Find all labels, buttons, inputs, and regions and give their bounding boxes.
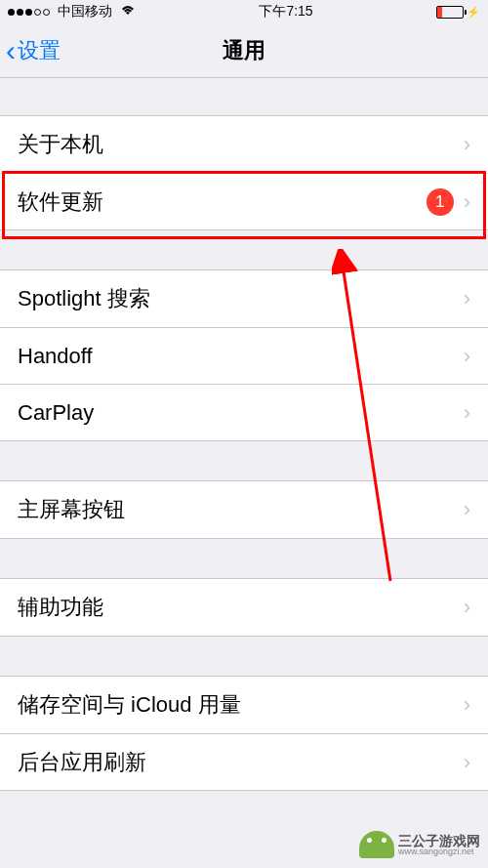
settings-row[interactable]: 关于本机›: [0, 116, 488, 173]
chevron-right-icon: ›: [464, 400, 470, 426]
chevron-right-icon: ›: [464, 595, 470, 620]
battery-icon: [436, 6, 464, 19]
settings-row[interactable]: CarPlay›: [0, 384, 488, 440]
row-label: 软件更新: [18, 187, 427, 217]
settings-row[interactable]: Spotlight 搜索›: [0, 270, 488, 327]
signal-strength-icon: [8, 9, 50, 16]
watermark-name: 三公子游戏网: [398, 834, 480, 847]
watermark-url: www.sangongzi.net: [398, 847, 480, 856]
carrier-label: 中国移动: [58, 3, 112, 21]
charging-icon: ⚡: [467, 6, 480, 19]
row-label: 关于本机: [18, 130, 464, 159]
wifi-icon: [120, 4, 136, 20]
navigation-bar: ‹ 设置 通用: [0, 23, 488, 78]
settings-row[interactable]: 辅助功能›: [0, 579, 488, 636]
notification-badge: 1: [427, 188, 454, 216]
watermark: 三公子游戏网 www.sangongzi.net: [359, 831, 480, 858]
settings-section: 关于本机›软件更新1›: [0, 115, 488, 230]
settings-section: Spotlight 搜索›Handoff›CarPlay›: [0, 269, 488, 441]
row-label: 后台应用刷新: [18, 748, 464, 777]
row-label: 储存空间与 iCloud 用量: [18, 690, 464, 720]
row-label: Handoff: [18, 344, 464, 369]
page-title: 通用: [223, 36, 265, 65]
status-time: 下午7:15: [259, 3, 312, 21]
settings-row[interactable]: 后台应用刷新›: [0, 733, 488, 790]
settings-row[interactable]: 主屏幕按钮›: [0, 481, 488, 538]
back-button[interactable]: ‹ 设置: [0, 34, 61, 67]
settings-row[interactable]: 储存空间与 iCloud 用量›: [0, 677, 488, 733]
chevron-right-icon: ›: [464, 497, 470, 522]
chevron-right-icon: ›: [464, 286, 470, 311]
row-label: Spotlight 搜索: [18, 284, 464, 313]
row-label: 主屏幕按钮: [18, 495, 464, 524]
row-label: CarPlay: [18, 400, 464, 426]
settings-row[interactable]: Handoff›: [0, 327, 488, 384]
chevron-right-icon: ›: [464, 132, 470, 157]
back-label: 设置: [18, 36, 61, 65]
settings-section: 辅助功能›: [0, 578, 488, 637]
chevron-right-icon: ›: [464, 189, 470, 215]
chevron-right-icon: ›: [464, 692, 470, 718]
status-left: 中国移动: [8, 3, 136, 21]
row-label: 辅助功能: [18, 593, 464, 622]
chevron-right-icon: ›: [464, 750, 470, 775]
settings-section: 主屏幕按钮›: [0, 480, 488, 539]
chevron-left-icon: ‹: [6, 34, 16, 67]
status-right: ⚡: [436, 6, 480, 19]
watermark-logo-icon: [359, 831, 394, 858]
chevron-right-icon: ›: [464, 344, 470, 369]
status-bar: 中国移动 下午7:15 ⚡: [0, 0, 488, 23]
settings-section: 储存空间与 iCloud 用量›后台应用刷新›: [0, 676, 488, 791]
settings-row[interactable]: 软件更新1›: [0, 173, 488, 229]
